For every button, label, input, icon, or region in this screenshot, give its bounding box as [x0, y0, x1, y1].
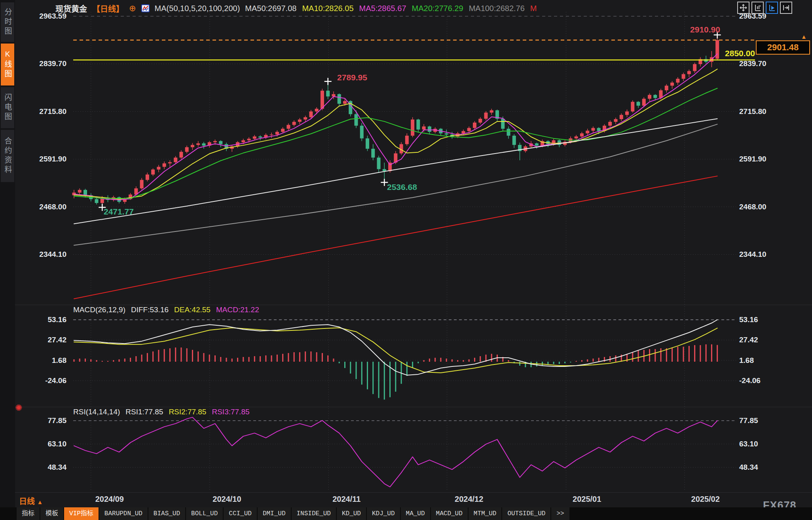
axis-label: 1.68: [739, 356, 791, 365]
axis-label: 2591.90: [739, 154, 791, 164]
annotation-high-price: 2910.90: [684, 25, 727, 34]
annotation-nov-low: 2536.68: [387, 182, 417, 192]
indicator-tab-15[interactable]: >>: [551, 507, 569, 520]
indicator-tab-11[interactable]: MA_UD: [401, 507, 430, 520]
axis-label: 2468.00: [739, 202, 791, 212]
mini-chart-icon[interactable]: [141, 4, 150, 12]
indicator-tab-4[interactable]: BIAS_UD: [148, 507, 185, 520]
axis-label: 2839.70: [739, 59, 791, 68]
ma-value: MA5:2865.67: [359, 4, 406, 13]
period-selector-label: 日线: [19, 497, 35, 506]
auto-scale-button[interactable]: [766, 2, 778, 14]
ma-value: MA10:2826.05: [302, 4, 353, 13]
annotation-oct-high: 2789.95: [331, 73, 374, 82]
axis-label: 48.34: [739, 463, 791, 472]
period-selector-arrow-icon: ▲: [37, 499, 43, 505]
rsi1-value: RSI1:77.85: [125, 408, 163, 416]
indicator-tab-1[interactable]: 模板: [40, 507, 63, 520]
panel-shift-button[interactable]: [780, 2, 792, 14]
rsi2-value: RSI2:77.85: [169, 408, 206, 416]
indicator-tab-bar: 指标模板VIP指标BARUPDN_UDBIAS_UDBOLL_UDCCI_UDD…: [0, 507, 812, 520]
axis-label: 2468.00: [22, 202, 66, 212]
current-price-tag: 2901.48: [756, 40, 810, 55]
ma-value: M: [530, 4, 537, 13]
rsi3-value: RSI3:77.85: [212, 408, 249, 416]
ma-settings-label: MA(50,10,5,20,100,200): [155, 4, 240, 13]
rsi-header: RSI(14,14,14) RSI1:77.85 RSI2:77.85 RSI3…: [73, 408, 250, 416]
axis-label: 63.10: [739, 439, 791, 449]
indicator-tab-6[interactable]: CCI_UD: [224, 507, 257, 520]
axis-label: 1.68: [22, 356, 66, 365]
ma-value: MA20:2776.29: [412, 4, 463, 13]
rsi-title: RSI(14,14,14): [73, 408, 120, 416]
indicator-tab-5[interactable]: BOLL_UD: [186, 507, 223, 520]
ma-value: MA50:2697.08: [245, 4, 296, 13]
indicator-tab-10[interactable]: KDJ_UD: [367, 507, 400, 520]
ma-values: MA50:2697.08MA10:2826.05MA5:2865.67MA20:…: [245, 4, 537, 13]
ma-value: MA100:2682.76: [469, 4, 525, 13]
axis-label: 2344.10: [22, 250, 66, 259]
chart-canvas[interactable]: [0, 0, 812, 520]
date-axis-label: 2025/02: [691, 495, 720, 504]
axis-label: 2839.70: [22, 59, 66, 68]
macd-dea-value: DEA:42.55: [174, 306, 211, 314]
axis-label: 77.85: [22, 416, 66, 425]
period-tag[interactable]: 【日线】: [92, 3, 124, 14]
app: 分时图K线图闪电图合约资料 现货黄金 【日线】 ⊕ MA(50,10,5,20,…: [0, 0, 812, 520]
axis-label: -24.06: [22, 376, 66, 385]
axis-label: -24.06: [739, 376, 791, 385]
date-axis-label: 2024/11: [332, 495, 360, 504]
indicator-tab-2[interactable]: VIP指标: [64, 507, 99, 520]
macd-macd-value: MACD:21.22: [216, 306, 259, 314]
alert-sun-icon[interactable]: ✺: [15, 403, 22, 413]
axis-label: 53.16: [739, 315, 791, 325]
date-axis-label: 2024/12: [455, 495, 483, 504]
date-axis-label: 2025/01: [573, 495, 601, 504]
y-axis-scale-button[interactable]: [751, 2, 764, 14]
macd-diff-value: DIFF:53.16: [131, 306, 169, 314]
axis-label: 2344.10: [739, 250, 791, 259]
indicator-tab-0[interactable]: 指标: [17, 507, 40, 520]
pan-tool-button[interactable]: [737, 2, 749, 14]
symbol-title: 现货黄金: [55, 3, 87, 14]
indicator-tab-8[interactable]: INSIDE_UD: [292, 507, 336, 520]
chart-header: 现货黄金 【日线】 ⊕ MA(50,10,5,20,100,200) MA50:…: [55, 2, 537, 14]
period-selector[interactable]: 日线 ▲: [19, 495, 43, 507]
indicator-tab-12[interactable]: MACD_UD: [431, 507, 468, 520]
axis-label: 53.16: [22, 315, 66, 325]
axis-label: 27.42: [22, 335, 66, 345]
annotation-sep-low: 2471.77: [104, 207, 134, 216]
axis-label: 2715.80: [22, 107, 66, 116]
indicator-tab-7[interactable]: DMI_UD: [258, 507, 291, 520]
macd-header: MACD(26,12,9) DIFF:53.16 DEA:42.55 MACD:…: [73, 306, 259, 314]
price-up-arrow-icon: ▲: [801, 33, 807, 40]
axis-label: 27.42: [739, 335, 791, 345]
date-axis-label: 2024/09: [95, 495, 124, 504]
date-axis-label: 2024/10: [212, 495, 241, 504]
indicator-tab-3[interactable]: BARUPDN_UD: [99, 507, 148, 520]
axis-label: 48.34: [22, 463, 66, 472]
chart-toolbar: [737, 2, 792, 14]
axis-label: 2591.90: [22, 154, 66, 164]
add-indicator-icon[interactable]: ⊕: [129, 4, 136, 12]
macd-title: MACD(26,12,9): [73, 306, 125, 314]
indicator-tab-13[interactable]: MTM_UD: [469, 507, 502, 520]
indicator-tab-14[interactable]: OUTSIDE_UD: [502, 507, 550, 520]
axis-label: 77.85: [739, 416, 791, 425]
indicator-tab-9[interactable]: KD_UD: [337, 507, 366, 520]
annotation-level-2850: 2850.00: [712, 49, 755, 58]
axis-label: 63.10: [22, 439, 66, 449]
axis-label: 2715.80: [739, 107, 791, 116]
